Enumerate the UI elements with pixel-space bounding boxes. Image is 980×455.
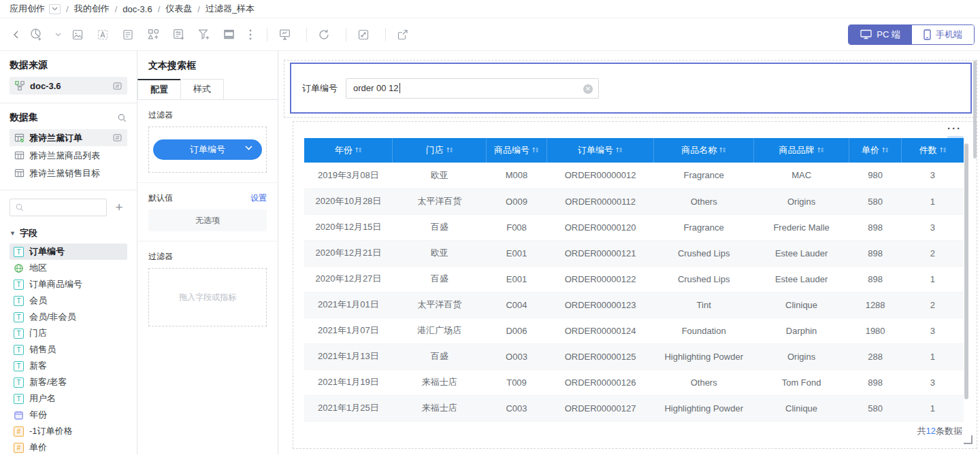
table-cell: Highlighting Powder [654, 395, 754, 421]
dataset-item[interactable]: 雅诗兰黛销售目标 [10, 165, 127, 182]
search-icon[interactable] [117, 113, 127, 123]
web-component-icon [222, 27, 236, 41]
table-cell: 2021年1月07日 [304, 318, 393, 343]
filter-dropzone[interactable]: 拖入字段或指标 [148, 268, 267, 326]
add-filter-list-button[interactable] [168, 24, 189, 45]
fullscreen-button[interactable] [353, 24, 374, 45]
breadcrumb-item-doc[interactable]: doc-3.6 [122, 4, 152, 14]
breadcrumb-app-menu[interactable]: 应用创作 [10, 3, 45, 15]
insert-component-button[interactable] [143, 24, 163, 45]
add-field-button[interactable]: + [111, 199, 127, 216]
web-component-button[interactable] [218, 24, 239, 45]
filter-input[interactable]: order 00 12 ✕ [346, 78, 599, 99]
table-cell: Crushed Lips [654, 266, 754, 292]
table-cell: 898 [849, 214, 902, 240]
widget-resize-handle[interactable] [964, 435, 973, 444]
refresh-button[interactable] [314, 24, 334, 45]
table-cell: Tom Fond [754, 369, 849, 395]
field-search-input[interactable] [10, 199, 107, 216]
tab-style[interactable]: 样式 [180, 79, 224, 99]
table-cell: 2021年1月01日 [304, 292, 393, 318]
add-chart-button[interactable] [26, 24, 46, 45]
table-row: 2021年1月25日来福士店C003ORDER00000127Highlight… [304, 395, 964, 421]
column-header[interactable]: 年份 [304, 138, 393, 163]
column-header[interactable]: 商品品牌 [754, 138, 849, 163]
text-field-icon: T [14, 328, 24, 339]
widget-more-button[interactable]: ··· [947, 123, 962, 134]
dataset-item[interactable]: 雅诗兰黛订单 [10, 129, 127, 146]
dropzone-placeholder: 拖入字段或指标 [179, 292, 236, 303]
table-row: 2021年1月01日太平洋百货C004ORDER00000123TintClin… [304, 292, 964, 318]
field-item[interactable]: T销售员 [10, 341, 127, 358]
column-header[interactable]: 单价 [849, 138, 902, 163]
field-item[interactable]: 年份 [10, 407, 127, 423]
default-value-set-link[interactable]: 设置 [250, 192, 267, 204]
field-item[interactable]: T新客/老客 [10, 374, 127, 390]
insert-text-button[interactable] [93, 24, 113, 45]
table-scrollbar[interactable] [964, 144, 968, 399]
field-item[interactable]: T用户名 [10, 390, 127, 407]
field-item[interactable]: T门店 [10, 325, 127, 341]
breadcrumb-item-dashboard[interactable]: 仪表盘 [165, 3, 192, 15]
dataset-title: 数据集 [10, 112, 117, 124]
field-item[interactable]: T会员 [10, 292, 127, 309]
document-icon [121, 28, 135, 41]
column-header[interactable]: 商品名称 [654, 138, 754, 163]
canvas-scrollbar[interactable] [973, 61, 977, 158]
field-item[interactable]: T订单商品编号 [10, 276, 127, 292]
dataset-item[interactable]: 雅诗兰黛商品列表 [10, 147, 127, 164]
breadcrumb-separator: / [158, 4, 161, 14]
column-header[interactable]: 商品编号 [486, 138, 546, 163]
footer-prefix: 共 [917, 426, 926, 436]
field-item[interactable]: #-1订单价格 [10, 423, 127, 439]
add-chart-dropdown[interactable] [51, 24, 65, 45]
text-search-widget[interactable]: 订单编号 order 00 12 ✕ [290, 63, 972, 114]
export-button[interactable] [393, 24, 413, 45]
breadcrumb-dropdown-button[interactable] [49, 4, 61, 14]
insert-note-button[interactable] [118, 24, 138, 45]
filter-field-dropzone[interactable]: 订单编号 [148, 127, 267, 173]
field-item[interactable]: 地区 [10, 260, 127, 276]
dataset-table-icon [14, 168, 24, 178]
table-cell: 2020年10月28日 [304, 188, 393, 214]
column-header[interactable]: 订单编号 [547, 138, 654, 163]
fields-header[interactable]: ▼ 字段 [10, 227, 127, 239]
table-cell: E001 [486, 240, 546, 266]
field-item[interactable]: T新客 [10, 358, 127, 374]
image-icon [71, 28, 84, 41]
table-cell: 百盛 [393, 214, 487, 240]
table-cell: 百盛 [393, 343, 487, 369]
clear-input-icon[interactable]: ✕ [583, 84, 593, 94]
widget-title: 文本搜索框 [148, 60, 267, 72]
more-tools-button[interactable] [244, 24, 257, 45]
field-item[interactable]: T会员/非会员 [10, 309, 127, 325]
table-cell: 2021年1月25日 [304, 395, 393, 421]
filter-field-pill[interactable]: 订单编号 [153, 139, 262, 160]
column-header[interactable]: 件数 [902, 138, 964, 163]
table-cell: Foundation [654, 318, 754, 343]
insert-image-button[interactable] [67, 24, 88, 45]
toolbar-divider [306, 28, 307, 41]
date-field-icon [14, 410, 24, 420]
back-button[interactable] [10, 24, 23, 45]
datasource-item[interactable]: doc-3.6 [10, 77, 127, 95]
field-item[interactable]: #单价 [10, 439, 127, 454]
preview-button[interactable] [274, 24, 295, 45]
field-item[interactable]: T订单编号 [10, 243, 127, 260]
text-field-icon: T [14, 361, 24, 371]
pc-view-button[interactable]: PC 端 [849, 25, 912, 44]
switch-dataset-icon[interactable] [112, 133, 122, 143]
mobile-view-button[interactable]: 手机端 [912, 25, 974, 44]
table-cell: T009 [486, 369, 546, 395]
text-field-icon: T [14, 312, 24, 322]
tab-config[interactable]: 配置 [137, 79, 181, 99]
filter-field-pill-label: 订单编号 [190, 144, 225, 156]
breadcrumb-item-my-creations[interactable]: 我的创作 [74, 3, 110, 15]
text-caret [399, 83, 400, 93]
switch-dataset-icon[interactable] [112, 81, 122, 91]
filter-widget-label: 订单编号 [302, 82, 338, 95]
add-filter-button[interactable] [193, 24, 214, 45]
refresh-icon [317, 28, 331, 41]
table-cell: C003 [486, 395, 546, 421]
column-header[interactable]: 门店 [393, 138, 487, 163]
